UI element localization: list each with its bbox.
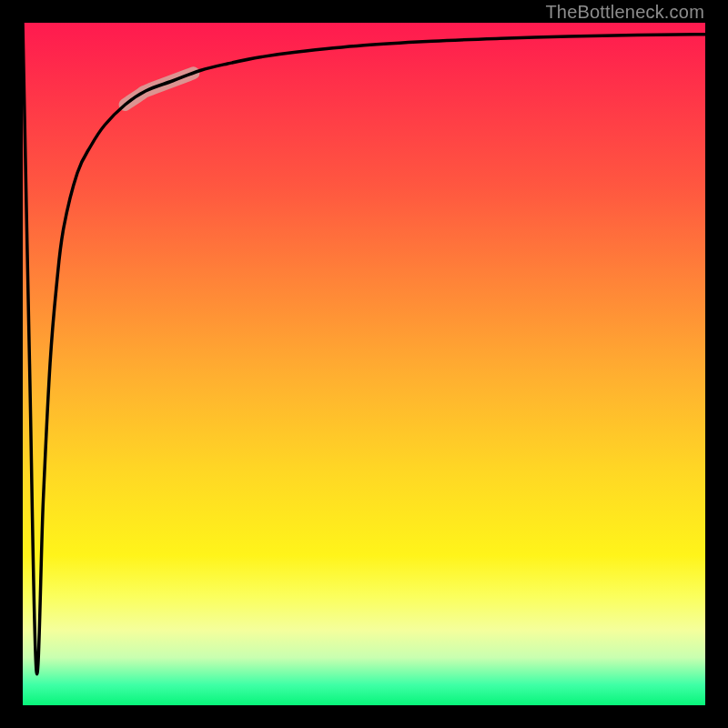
chart-stage: TheBottleneck.com	[0, 0, 728, 728]
plot-area	[23, 23, 705, 705]
bottleneck-curve	[23, 23, 705, 674]
curve-layer	[23, 23, 705, 705]
attribution-text: TheBottleneck.com	[545, 2, 704, 23]
